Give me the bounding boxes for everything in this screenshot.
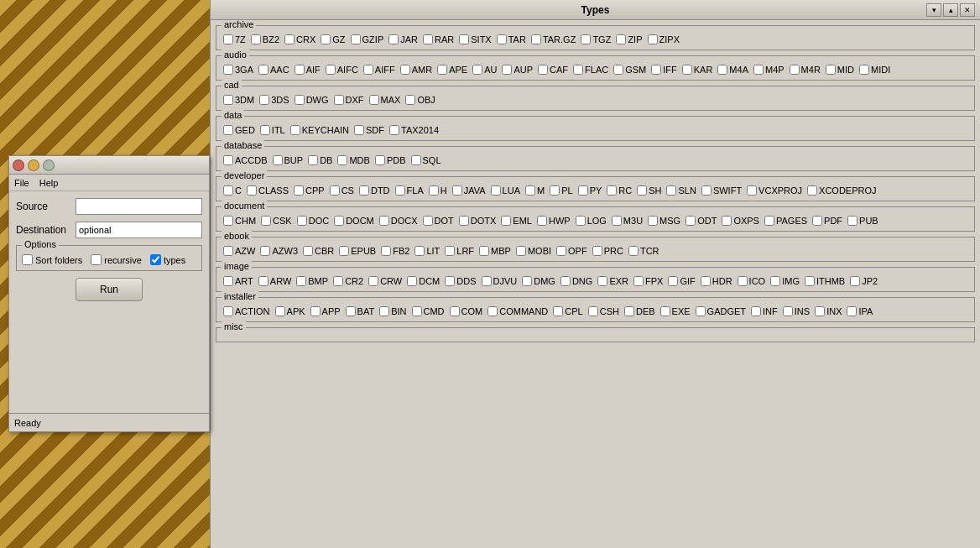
type-checkbox-zipx[interactable]: ZIPX xyxy=(648,34,680,44)
type-checkbox-sitx[interactable]: SITX xyxy=(459,34,491,44)
type-checkbox-gz[interactable]: GZ xyxy=(321,34,345,44)
type-checkbox-dwg[interactable]: DWG xyxy=(295,95,329,105)
type-checkbox-pdb[interactable]: PDB xyxy=(375,155,406,165)
type-checkbox-inx[interactable]: INX xyxy=(815,306,842,316)
menu-file[interactable]: File xyxy=(14,178,29,188)
type-checkbox-dtd[interactable]: DTD xyxy=(359,185,390,196)
type-checkbox-bz2[interactable]: BZ2 xyxy=(251,34,279,44)
type-checkbox-ico[interactable]: ICO xyxy=(738,276,766,286)
checkbox-input-pub[interactable] xyxy=(847,216,858,226)
close-button[interactable] xyxy=(13,159,24,171)
checkbox-input-img[interactable] xyxy=(770,276,780,286)
checkbox-input-dxf[interactable] xyxy=(334,95,344,105)
type-checkbox-xcodeproj[interactable]: XCODEPROJ xyxy=(807,185,876,196)
checkbox-input-odt[interactable] xyxy=(685,216,696,226)
checkbox-input-pdf[interactable] xyxy=(812,216,822,226)
type-checkbox-ins[interactable]: INS xyxy=(783,306,810,316)
type-checkbox-bmp[interactable]: BMP xyxy=(296,276,328,286)
type-checkbox-ged[interactable]: GED xyxy=(223,125,255,135)
checkbox-input-apk[interactable] xyxy=(275,306,285,316)
checkbox-input-class[interactable] xyxy=(247,185,257,196)
type-checkbox-kar[interactable]: KAR xyxy=(682,65,713,75)
checkbox-input-azw[interactable] xyxy=(223,246,233,256)
type-checkbox-m4r[interactable]: M4R xyxy=(790,65,821,75)
recursive-checkbox[interactable]: recursive xyxy=(91,254,142,265)
type-checkbox-cpp[interactable]: CPP xyxy=(294,185,325,196)
type-checkbox-dot[interactable]: DOT xyxy=(423,216,454,226)
sort-folders-checkbox[interactable]: Sort folders xyxy=(22,254,82,265)
checkbox-input-fpx[interactable] xyxy=(633,276,644,286)
type-checkbox-cr2[interactable]: CR2 xyxy=(333,276,363,286)
type-checkbox-accdb[interactable]: ACCDB xyxy=(223,155,268,165)
menu-help[interactable]: Help xyxy=(39,178,59,188)
type-checkbox-sdf[interactable]: SDF xyxy=(354,125,384,135)
type-checkbox-crw[interactable]: CRW xyxy=(368,276,402,286)
type-checkbox-csk[interactable]: CSK xyxy=(261,216,292,226)
checkbox-input-log[interactable] xyxy=(576,216,586,226)
type-checkbox-mid[interactable]: MID xyxy=(826,65,854,75)
checkbox-input-caf[interactable] xyxy=(538,65,548,75)
type-checkbox-aac[interactable]: AAC xyxy=(258,65,289,75)
checkbox-input-dmg[interactable] xyxy=(522,276,532,286)
checkbox-input-epub[interactable] xyxy=(339,246,349,256)
checkbox-input-c[interactable] xyxy=(223,185,233,196)
checkbox-input-hwp[interactable] xyxy=(537,216,547,226)
close-types-button[interactable]: ✕ xyxy=(960,3,975,17)
checkbox-input-rar[interactable] xyxy=(423,34,433,44)
checkbox-input-cmd[interactable] xyxy=(412,306,422,316)
checkbox-input-sln[interactable] xyxy=(666,185,676,196)
checkbox-input-opf[interactable] xyxy=(556,246,566,256)
type-checkbox-java[interactable]: JAVA xyxy=(452,185,486,196)
checkbox-input-cpp[interactable] xyxy=(294,185,304,196)
type-checkbox-flac[interactable]: FLAC xyxy=(573,65,608,75)
type-checkbox-dng[interactable]: DNG xyxy=(560,276,592,286)
type-checkbox-jar[interactable]: JAR xyxy=(388,34,418,44)
type-checkbox-hdr[interactable]: HDR xyxy=(701,276,732,286)
checkbox-input-pl[interactable] xyxy=(550,185,560,196)
checkbox-input-gif[interactable] xyxy=(668,276,678,286)
type-checkbox-rc[interactable]: RC xyxy=(607,185,632,196)
checkbox-input-crx[interactable] xyxy=(284,34,295,44)
checkbox-input-accdb[interactable] xyxy=(223,155,233,165)
type-checkbox-mbp[interactable]: MBP xyxy=(479,246,511,256)
checkbox-input-zipx[interactable] xyxy=(648,34,658,44)
checkbox-input-swift[interactable] xyxy=(701,185,712,196)
checkbox-input-chm[interactable] xyxy=(223,216,233,226)
checkbox-input-eml[interactable] xyxy=(501,216,511,226)
checkbox-input-msg[interactable] xyxy=(648,216,658,226)
checkbox-input-itl[interactable] xyxy=(260,125,270,135)
expand-button[interactable]: ▴ xyxy=(943,3,958,17)
checkbox-input-db[interactable] xyxy=(308,155,318,165)
checkbox-input-kar[interactable] xyxy=(682,65,692,75)
checkbox-input-cr2[interactable] xyxy=(333,276,343,286)
checkbox-input-gzip[interactable] xyxy=(351,34,361,44)
type-checkbox-c[interactable]: C xyxy=(223,185,242,196)
type-checkbox-midi[interactable]: MIDI xyxy=(859,65,890,75)
type-checkbox-rar[interactable]: RAR xyxy=(423,34,454,44)
type-checkbox-ipa[interactable]: IPA xyxy=(847,306,873,316)
type-checkbox-swift[interactable]: SWIFT xyxy=(701,185,742,196)
type-checkbox-odt[interactable]: ODT xyxy=(685,216,717,226)
checkbox-input-doc[interactable] xyxy=(297,216,307,226)
minimize-button[interactable] xyxy=(28,159,39,171)
checkbox-input-java[interactable] xyxy=(452,185,462,196)
checkbox-input-vcxproj[interactable] xyxy=(747,185,757,196)
type-checkbox-bup[interactable]: BUP xyxy=(273,155,304,165)
type-checkbox-dxf[interactable]: DXF xyxy=(334,95,364,105)
type-checkbox-arw[interactable]: ARW xyxy=(258,276,291,286)
type-checkbox-csh[interactable]: CSH xyxy=(588,306,619,316)
type-checkbox-mdb[interactable]: MDB xyxy=(337,155,369,165)
checkbox-input-h[interactable] xyxy=(429,185,439,196)
checkbox-input-lrf[interactable] xyxy=(445,246,455,256)
checkbox-input-bin[interactable] xyxy=(379,306,389,316)
checkbox-input-rc[interactable] xyxy=(607,185,617,196)
type-checkbox-cs[interactable]: CS xyxy=(330,185,354,196)
checkbox-input-zip[interactable] xyxy=(616,34,626,44)
type-checkbox-ape[interactable]: APE xyxy=(437,65,467,75)
type-checkbox-com[interactable]: COM xyxy=(450,306,483,316)
type-checkbox-sln[interactable]: SLN xyxy=(666,185,696,196)
checkbox-input-app[interactable] xyxy=(310,306,321,316)
types-checkbox[interactable]: types xyxy=(150,254,185,265)
type-checkbox-action[interactable]: ACTION xyxy=(223,306,270,316)
checkbox-input-tcr[interactable] xyxy=(628,246,639,256)
